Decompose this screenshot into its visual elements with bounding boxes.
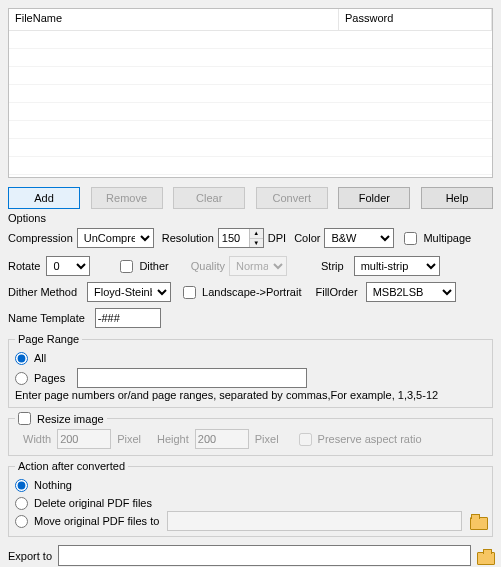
col-header-password[interactable]: Password [339, 9, 492, 30]
dpi-label: DPI [268, 232, 286, 244]
resize-width-unit: Pixel [117, 433, 141, 445]
preserve-aspect-checkbox [299, 433, 312, 446]
action-move-wrap[interactable]: Move original PDF files to [15, 515, 159, 528]
options-label: Options [8, 212, 493, 224]
table-row [9, 103, 492, 121]
spin-up-icon[interactable]: ▲ [250, 229, 263, 239]
preserve-aspect-wrap: Preserve aspect ratio [299, 433, 422, 446]
resize-checkbox[interactable] [18, 412, 31, 425]
folder-icon[interactable] [470, 514, 486, 528]
quality-select: Normal [229, 256, 287, 276]
clear-button: Clear [173, 187, 245, 209]
action-nothing-label: Nothing [34, 479, 72, 491]
resolution-input[interactable] [219, 229, 249, 247]
resolution-label: Resolution [162, 232, 214, 244]
table-row [9, 67, 492, 85]
dither-method-select[interactable]: Floyd-Steinb [87, 282, 171, 302]
action-after-group: Action after converted Nothing Delete or… [8, 460, 493, 537]
page-range-pages-label: Pages [34, 372, 65, 384]
strip-select[interactable]: multi-strip [354, 256, 440, 276]
name-template-input[interactable] [95, 308, 161, 328]
color-select[interactable]: B&W [324, 228, 394, 248]
resize-width-input [57, 429, 111, 449]
rotate-label: Rotate [8, 260, 40, 272]
export-to-input[interactable] [58, 545, 471, 566]
table-row [9, 31, 492, 49]
help-button[interactable]: Help [421, 187, 493, 209]
convert-button: Convert [256, 187, 328, 209]
page-range-pages-input[interactable] [77, 368, 307, 388]
page-range-hint: Enter page numbers or/and page ranges, s… [15, 389, 486, 401]
resize-group: Resize image Width Pixel Height Pixel Pr… [8, 412, 493, 456]
resize-height-unit: Pixel [255, 433, 279, 445]
resize-width-label: Width [23, 433, 51, 445]
export-to-label: Export to [8, 550, 52, 562]
strip-label: Strip [321, 260, 344, 272]
action-move-path-input [167, 511, 462, 531]
resolution-spinner[interactable]: ▲▼ [218, 228, 264, 248]
action-after-legend: Action after converted [15, 460, 128, 472]
page-range-all-label: All [34, 352, 46, 364]
multipage-checkbox[interactable] [404, 232, 417, 245]
page-range-all-radio[interactable] [15, 352, 28, 365]
action-nothing-wrap[interactable]: Nothing [15, 479, 72, 492]
page-range-pages-radio[interactable] [15, 372, 28, 385]
action-delete-label: Delete original PDF files [34, 497, 152, 509]
landscape-portrait-checkbox[interactable] [183, 286, 196, 299]
action-nothing-radio[interactable] [15, 479, 28, 492]
dither-checkbox-wrap[interactable]: Dither [120, 260, 168, 273]
table-row [9, 49, 492, 67]
table-row [9, 121, 492, 139]
action-delete-radio[interactable] [15, 497, 28, 510]
landscape-portrait-wrap[interactable]: Landscape->Portrait [183, 286, 301, 299]
color-label: Color [294, 232, 320, 244]
page-range-all-wrap[interactable]: All [15, 352, 46, 365]
dither-checkbox[interactable] [120, 260, 133, 273]
resize-height-label: Height [157, 433, 189, 445]
fillorder-label: FillOrder [315, 286, 357, 298]
action-move-label: Move original PDF files to [34, 515, 159, 527]
action-move-radio[interactable] [15, 515, 28, 528]
preserve-aspect-label: Preserve aspect ratio [318, 433, 422, 445]
compression-select[interactable]: UnCompress [77, 228, 154, 248]
landscape-portrait-label: Landscape->Portrait [202, 286, 301, 298]
file-list-table[interactable]: FileName Password [8, 8, 493, 178]
col-header-filename[interactable]: FileName [9, 9, 339, 30]
action-delete-wrap[interactable]: Delete original PDF files [15, 497, 152, 510]
multipage-checkbox-wrap[interactable]: Multipage [404, 232, 471, 245]
remove-button: Remove [91, 187, 163, 209]
page-range-pages-wrap[interactable]: Pages [15, 372, 65, 385]
multipage-label: Multipage [423, 232, 471, 244]
add-button[interactable]: Add [8, 187, 80, 209]
spin-down-icon[interactable]: ▼ [250, 239, 263, 248]
resize-height-input [195, 429, 249, 449]
page-range-group: Page Range All Pages Enter page numbers … [8, 333, 493, 408]
resize-label: Resize image [37, 413, 104, 425]
folder-open-icon[interactable] [477, 549, 493, 563]
table-row [9, 85, 492, 103]
rotate-select[interactable]: 0 [46, 256, 90, 276]
name-template-label: Name Template [8, 312, 85, 324]
compression-label: Compression [8, 232, 73, 244]
table-row [9, 139, 492, 157]
dither-method-label: Dither Method [8, 286, 77, 298]
page-range-legend: Page Range [15, 333, 82, 345]
folder-button[interactable]: Folder [338, 187, 410, 209]
dither-label: Dither [139, 260, 168, 272]
quality-label: Quality [191, 260, 225, 272]
fillorder-select[interactable]: MSB2LSB [366, 282, 456, 302]
table-row [9, 157, 492, 175]
resize-legend-wrap[interactable]: Resize image [15, 412, 107, 425]
